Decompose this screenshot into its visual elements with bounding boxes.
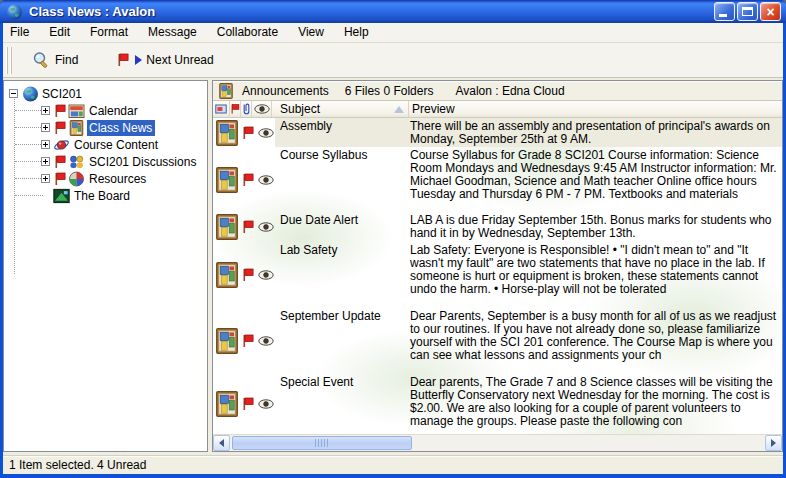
column-flag[interactable] — [230, 101, 241, 117]
menu-message[interactable]: Message — [138, 23, 207, 42]
scroll-left-arrow-icon — [219, 439, 224, 447]
sort-ascending-icon — [394, 106, 404, 113]
column-message-status[interactable] — [213, 101, 230, 117]
menu-edit[interactable]: Edit — [39, 23, 80, 42]
menu-file[interactable]: File — [3, 23, 39, 42]
column-attachment[interactable] — [241, 101, 252, 117]
menu-help[interactable]: Help — [334, 23, 379, 42]
subject-column-label: Subject — [280, 102, 320, 116]
message-row-course-syllabus[interactable]: Course Syllabus Course Syllabus for Grad… — [213, 147, 782, 212]
panel-server: Avalon : Edna Cloud — [455, 84, 564, 98]
tree-item-sci201-discussions[interactable]: SCI201 Discussions — [4, 153, 207, 170]
tree-item-resources[interactable]: Resources — [4, 170, 207, 187]
app-window: Class News : Avalon × File Edit Format M… — [0, 0, 786, 478]
next-unread-button[interactable]: Next Unread — [110, 50, 219, 70]
bulletin-item-icon — [216, 262, 238, 288]
message-subject: September Update — [275, 308, 407, 374]
menu-format[interactable]: Format — [80, 23, 138, 42]
scroll-right-arrow-icon — [771, 439, 776, 447]
message-row-assembly[interactable]: Assembly There will be an assembly and p… — [213, 118, 782, 147]
scrollbar-thumb[interactable] — [232, 436, 412, 450]
expand-box[interactable] — [41, 106, 50, 115]
class-news-board-icon — [68, 120, 85, 136]
globe-icon — [22, 86, 39, 102]
app-globe-icon — [6, 4, 23, 20]
find-label: Find — [55, 53, 78, 67]
tree-item-sci201[interactable]: SCI201 — [4, 85, 207, 102]
message-preview: Dear parents, The Grade 7 and 8 Science … — [407, 374, 782, 434]
next-arrow-icon — [134, 55, 142, 65]
unread-flag-icon — [116, 53, 130, 67]
atom-icon — [53, 137, 70, 153]
tree-label-resources: Resources — [87, 171, 149, 187]
unread-flag-icon — [241, 268, 255, 282]
panel-counts: 6 Files 0 Folders — [345, 84, 434, 98]
maximize-button[interactable] — [737, 2, 758, 21]
panel-info-bar: Announcements 6 Files 0 Folders Avalon :… — [213, 81, 782, 101]
viewed-eye-icon — [258, 128, 274, 138]
message-preview: Lab Safety: Everyone is Responsible! • "… — [407, 242, 782, 308]
unread-flag-icon — [241, 126, 255, 140]
message-subject: Assembly — [275, 118, 407, 147]
column-preview[interactable]: Preview — [409, 101, 782, 117]
unread-flag-icon — [241, 397, 255, 411]
close-button[interactable]: × — [760, 2, 781, 21]
scroll-right-button[interactable] — [765, 435, 782, 451]
message-subject: Due Date Alert — [275, 212, 407, 242]
unread-flag-icon — [53, 155, 67, 169]
bulletin-item-icon — [216, 391, 238, 417]
message-subject: Course Syllabus — [275, 147, 407, 212]
resources-icon — [68, 171, 85, 187]
column-viewed[interactable] — [252, 101, 272, 117]
viewed-eye-icon — [258, 270, 274, 280]
conference-tree-panel: SCI201 Calendar — [3, 80, 208, 452]
announcements-panel: Announcements 6 Files 0 Folders Avalon :… — [212, 80, 783, 452]
next-unread-label: Next Unread — [146, 53, 213, 67]
panel-title: Announcements — [242, 84, 329, 98]
find-button[interactable]: Find — [26, 48, 84, 73]
message-list: Assembly There will be an assembly and p… — [213, 118, 782, 434]
message-row-special-event[interactable]: Special Event Dear parents, The Grade 7 … — [213, 374, 782, 434]
message-row-lab-safety[interactable]: Lab Safety Lab Safety: Everyone is Respo… — [213, 242, 782, 308]
flag-column-icon — [230, 103, 240, 115]
message-row-september-update[interactable]: September Update Dear Parents, September… — [213, 308, 782, 374]
message-subject: Special Event — [275, 374, 407, 434]
announcements-board-icon — [218, 83, 234, 99]
message-preview: There will be an assembly and presentati… — [407, 118, 782, 147]
paperclip-icon — [242, 103, 251, 116]
toolbar: Find Next Unread — [3, 43, 783, 78]
scroll-left-button[interactable] — [213, 435, 230, 451]
column-subject[interactable]: Subject — [272, 101, 409, 117]
tree-item-the-board[interactable]: The Board — [4, 187, 207, 204]
expand-box[interactable] — [41, 140, 50, 149]
status-text: 1 Item selected. 4 Unread — [9, 458, 146, 472]
message-preview: Dear Parents, September is a busy month … — [407, 308, 782, 374]
unread-flag-icon — [53, 121, 67, 135]
menu-view[interactable]: View — [288, 23, 334, 42]
status-bar: 1 Item selected. 4 Unread — [3, 455, 783, 474]
list-column-header: Subject Preview — [213, 101, 782, 118]
toolbar-gripper — [6, 47, 8, 74]
tree-item-course-content[interactable]: Course Content — [4, 136, 207, 153]
collapse-box[interactable] — [9, 89, 18, 98]
expand-box[interactable] — [41, 157, 50, 166]
tree-item-class-news[interactable]: Class News — [4, 119, 207, 136]
bulletin-item-icon — [216, 214, 238, 240]
message-row-due-date-alert[interactable]: Due Date Alert LAB A is due Friday Septe… — [213, 212, 782, 242]
unread-flag-icon — [53, 172, 67, 186]
search-icon — [32, 51, 51, 70]
window-title: Class News : Avalon — [29, 4, 155, 19]
unread-flag-icon — [241, 173, 255, 187]
message-preview: Course Syllabus for Grade 8 SCI201 Cours… — [407, 147, 782, 212]
menu-collaborate[interactable]: Collaborate — [207, 23, 288, 42]
bulletin-item-icon — [216, 120, 238, 146]
tree-item-calendar[interactable]: Calendar — [4, 102, 207, 119]
bulletin-item-icon — [216, 328, 238, 354]
expand-box[interactable] — [41, 123, 50, 132]
title-bar: Class News : Avalon × — [0, 0, 786, 23]
minimize-button[interactable] — [714, 2, 735, 21]
expand-box[interactable] — [41, 174, 50, 183]
preview-column-label: Preview — [412, 102, 455, 116]
horizontal-scrollbar[interactable] — [213, 434, 782, 451]
viewed-eye-icon — [258, 399, 274, 409]
